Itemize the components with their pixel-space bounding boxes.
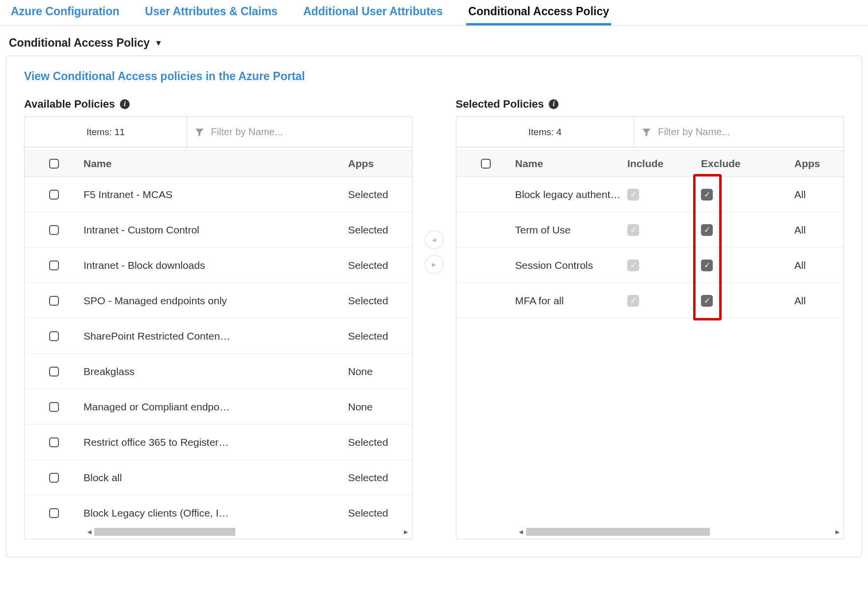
row-checkbox[interactable] [49,261,59,270]
table-row: Intranet - Custom ControlSelected [25,212,412,248]
row-checkbox[interactable] [49,508,59,518]
tab-conditional-access-policy[interactable]: Conditional Access Policy [466,3,611,26]
table-row: Managed or Compliant endpo…None [25,389,412,425]
selected-horizontal-scrollbar[interactable]: ◄ ► [456,525,844,539]
conditional-access-panel: View Conditional Access policies in the … [6,56,862,557]
include-checkbox[interactable]: ✓ [627,295,639,307]
filter-icon [194,127,205,138]
tab-azure-configuration[interactable]: Azure Configuration [9,3,121,25]
include-checkbox[interactable]: ✓ [627,224,639,236]
row-checkbox[interactable] [49,437,59,447]
table-row: Session Controls ✓ ✓ All [456,248,844,283]
available-filter-input[interactable] [211,126,405,138]
table-row: MFA for all ✓ ✓ All [456,283,844,318]
include-checkbox[interactable]: ✓ [627,260,639,271]
available-select-all-checkbox[interactable] [49,159,59,169]
row-checkbox[interactable] [49,402,59,412]
selected-table-body: Block legacy authenticat… ✓ ✓ All Term o… [456,177,844,525]
selected-col-apps: Apps [794,158,843,170]
available-col-name: Name [84,158,348,170]
section-dropdown[interactable]: Conditional Access Policy ▼ [0,26,868,56]
chevron-right-icon[interactable]: ► [401,527,411,537]
row-checkbox[interactable] [49,190,59,200]
chevron-right-icon[interactable]: ► [833,527,842,537]
selected-items-count: Items: 4 [456,117,635,147]
row-checkbox[interactable] [49,296,59,306]
row-checkbox[interactable] [49,331,59,341]
row-checkbox[interactable] [49,473,59,483]
table-row: SPO - Managed endpoints onlySelected [25,283,412,318]
selected-col-exclude: Exclude [701,158,794,170]
include-checkbox[interactable]: ✓ [627,189,639,201]
move-left-button[interactable]: ◄ [425,231,444,249]
selected-policies-title: Selected Policies [456,98,544,111]
row-checkbox[interactable] [49,367,59,376]
chevron-left-icon[interactable]: ◄ [516,527,526,537]
available-col-apps: Apps [348,158,412,170]
transfer-controls: ◄ ► [423,98,445,274]
section-title-text: Conditional Access Policy [9,36,150,50]
table-row: F5 Intranet - MCASSelected [25,177,412,212]
azure-portal-link[interactable]: View Conditional Access policies in the … [24,70,305,83]
table-row: Term of Use ✓ ✓ All [456,212,844,248]
chevron-left-icon[interactable]: ◄ [84,527,94,537]
row-checkbox[interactable] [49,225,59,235]
exclude-checkbox[interactable]: ✓ [701,295,713,307]
exclude-checkbox[interactable]: ✓ [701,224,713,236]
selected-col-include: Include [627,158,701,170]
exclude-checkbox[interactable]: ✓ [701,189,713,201]
table-row: SharePoint Restricted Conten…Selected [25,318,412,354]
selected-filter-input[interactable] [658,126,837,138]
selected-select-all-checkbox[interactable] [481,159,491,169]
table-row: Block Legacy clients (Office, I…Selected [25,495,412,525]
available-horizontal-scrollbar[interactable]: ◄ ► [25,525,412,539]
top-tabs: Azure Configuration User Attributes & Cl… [0,0,868,26]
tab-user-attributes-claims[interactable]: User Attributes & Claims [143,3,280,25]
table-row: Block legacy authenticat… ✓ ✓ All [456,177,844,212]
table-row: Block allSelected [25,460,412,495]
chevron-down-icon: ▼ [155,39,163,48]
info-icon[interactable]: i [549,99,559,109]
tab-additional-user-attributes[interactable]: Additional User Attributes [301,3,445,25]
info-icon[interactable]: i [120,99,130,109]
available-table-body[interactable]: F5 Intranet - MCASSelected Intranet - Cu… [25,177,412,525]
exclude-checkbox[interactable]: ✓ [701,260,713,271]
move-right-button[interactable]: ► [425,255,444,274]
filter-icon [641,127,652,138]
table-row: BreakglassNone [25,354,412,389]
table-row: Restrict office 365 to Register…Selected [25,425,412,460]
available-policies-column: Available Policies i Items: 11 [24,98,413,539]
selected-col-name: Name [515,158,628,170]
available-policies-title: Available Policies [24,98,115,111]
available-items-count: Items: 11 [25,117,187,147]
selected-policies-column: Selected Policies i Items: 4 [456,98,844,539]
table-row: Intranet - Block downloadsSelected [25,248,412,283]
